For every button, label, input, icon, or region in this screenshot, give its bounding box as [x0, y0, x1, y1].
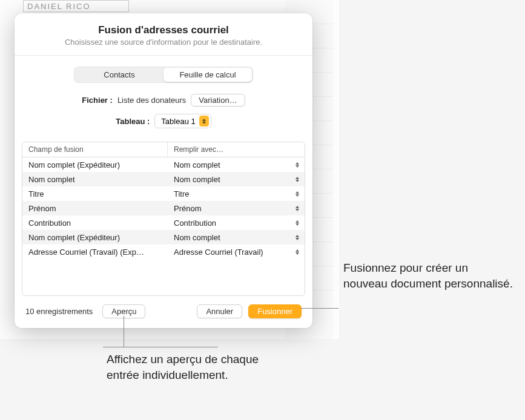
cancel-button[interactable]: Annuler [197, 304, 242, 318]
fill-with-value: Nom complet [174, 160, 291, 169]
chevron-up-down-icon[interactable] [294, 162, 301, 168]
dialog-title: Fusion d'adresses courriel [15, 24, 312, 36]
segment-spreadsheet[interactable]: Feuille de calcul [163, 68, 252, 82]
file-value: Liste des donateurs [117, 96, 186, 105]
table-header: Champ de fusion Remplir avec… [22, 142, 305, 157]
table-row[interactable]: TitreTitre [22, 186, 305, 201]
background-text-fragment: DANIEL RICO [23, 0, 129, 12]
source-segmented-control: Contacts Feuille de calcul [74, 67, 253, 83]
table-select-row: Tableau : Tableau 1 [33, 114, 294, 128]
callout-merge: Fusionnez pour créer un nouveau document… [343, 260, 513, 291]
fill-with-value: Nom complet [174, 233, 291, 242]
chevron-up-down-icon[interactable] [294, 191, 301, 197]
chevron-up-down-icon[interactable] [294, 249, 301, 255]
dialog-subtitle: Choisissez une source d'information pour… [15, 38, 312, 56]
fill-with-value: Titre [174, 189, 291, 199]
table-row[interactable]: Nom completNom complet [22, 172, 305, 186]
callout-preview: Affichez un aperçu de chaque entrée indi… [107, 352, 264, 382]
fill-with-cell[interactable]: Prénom [168, 204, 305, 213]
table-row[interactable]: Adresse Courriel (Travail) (Exp…Adresse … [22, 244, 305, 259]
merge-field-cell: Nom complet [22, 175, 168, 184]
fill-with-cell[interactable]: Nom complet [168, 160, 305, 169]
dialog-footer: 10 enregistrements Aperçu Annuler Fusion… [15, 296, 312, 320]
table-select-value: Tableau 1 [161, 117, 195, 126]
merge-field-cell: Nom complet (Expéditeur) [22, 233, 168, 242]
fill-with-cell[interactable]: Contribution [168, 218, 305, 228]
fill-with-cell[interactable]: Nom complet [168, 175, 305, 184]
fill-with-cell[interactable]: Titre [168, 189, 305, 199]
file-label: Fichier : [82, 96, 113, 105]
column-header-merge-field: Champ de fusion [22, 142, 168, 157]
table-row[interactable]: PrénomPrénom [22, 201, 305, 215]
chevron-up-down-icon[interactable] [294, 220, 301, 226]
file-row: Fichier : Liste des donateurs Variation… [33, 94, 294, 107]
field-mapping-table: Champ de fusion Remplir avec… Nom comple… [22, 142, 305, 296]
table-label: Tableau : [116, 117, 150, 126]
fill-with-value: Prénom [174, 204, 291, 213]
mail-merge-dialog: Fusion d'adresses courriel Choisissez un… [15, 13, 312, 328]
chevron-up-down-icon [199, 116, 209, 126]
change-file-button[interactable]: Variation… [191, 94, 245, 107]
segment-contacts[interactable]: Contacts [75, 68, 163, 82]
chevron-up-down-icon[interactable] [294, 235, 301, 240]
callout-leader-line [124, 316, 124, 347]
record-count: 10 enregistrements [25, 307, 93, 316]
column-header-fill-with: Remplir avec… [168, 142, 305, 157]
merge-field-cell: Prénom [22, 204, 168, 213]
merge-button[interactable]: Fusionner [248, 304, 302, 318]
fill-with-value: Nom complet [174, 175, 291, 184]
table-select[interactable]: Tableau 1 [154, 114, 211, 128]
merge-field-cell: Nom complet (Expéditeur) [22, 160, 168, 169]
fill-with-value: Contribution [174, 218, 291, 228]
chevron-up-down-icon[interactable] [294, 177, 301, 182]
table-body[interactable]: Nom complet (Expéditeur)Nom completNom c… [22, 157, 305, 295]
table-row[interactable]: Nom complet (Expéditeur)Nom complet [22, 157, 305, 172]
merge-field-cell: Contribution [22, 218, 168, 228]
source-section: Contacts Feuille de calcul Fichier : Lis… [15, 56, 312, 139]
merge-field-cell: Titre [22, 189, 168, 199]
table-row[interactable]: Nom complet (Expéditeur)Nom complet [22, 230, 305, 244]
chevron-up-down-icon[interactable] [294, 206, 301, 211]
table-row[interactable]: ContributionContribution [22, 215, 305, 230]
fill-with-value: Adresse Courriel (Travail) [174, 248, 291, 257]
fill-with-cell[interactable]: Adresse Courriel (Travail) [168, 248, 305, 257]
callout-leader-line [103, 347, 218, 347]
merge-field-cell: Adresse Courriel (Travail) (Exp… [22, 248, 168, 257]
fill-with-cell[interactable]: Nom complet [168, 233, 305, 242]
callout-leader-line [301, 308, 338, 309]
